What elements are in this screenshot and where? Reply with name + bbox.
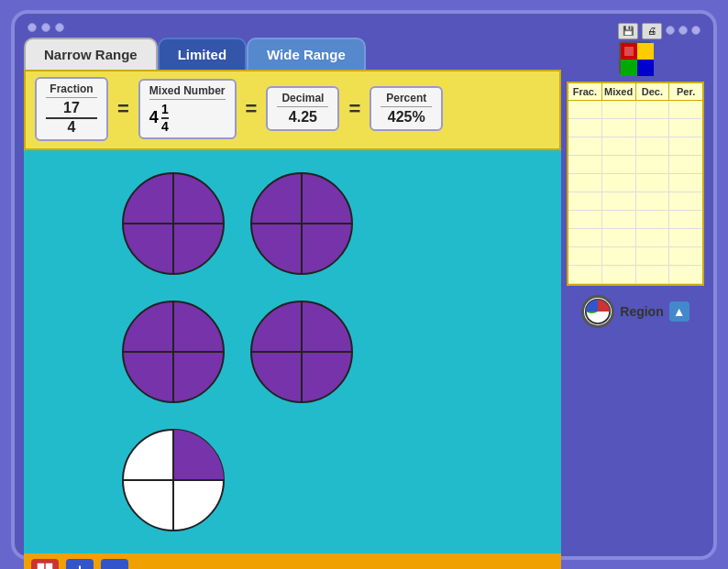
record-row [568,137,702,156]
cell [669,156,702,173]
decimal-label: Decimal [277,92,328,107]
tab-limited[interactable]: Limited [158,38,247,70]
main-area: Narrow Range Limited Wide Range Fraction… [24,38,704,570]
circles-grid [100,150,485,553]
tab-narrow[interactable]: Narrow Range [24,38,158,70]
svg-rect-16 [46,564,52,570]
col-dec: Dec. [636,83,670,100]
fraction-numerator: 17 [46,100,97,119]
cell [636,266,670,283]
percent-value: 425% [381,109,432,126]
cell [636,174,670,191]
record-rows [568,101,702,284]
right-top: Frac. Mixed Dec. Per. [567,38,704,286]
circle-2 [247,169,357,279]
save-icon[interactable]: 💾 [618,23,638,39]
cell [602,137,636,155]
cell [669,266,702,283]
grid-view-icon[interactable] [31,559,59,570]
record-row [568,192,702,211]
record-table-header: Frac. Mixed Dec. Per. [568,83,702,101]
record-row [568,174,702,192]
mixed-box: Mixed Number 4 1 4 [138,79,237,139]
circle-5 [118,425,228,535]
remove-circle-button[interactable]: − [101,559,128,570]
top-right-icons: 💾 🖨 [618,23,700,39]
cell [636,247,670,265]
window-dot-2 [41,23,50,32]
left-panel: Narrow Range Limited Wide Range Fraction… [24,38,561,570]
record-row [568,211,702,229]
cell [568,247,602,265]
equals-2: = [246,97,258,121]
circle-1 [118,169,228,279]
color-picker-icon[interactable] [619,41,652,74]
cell [602,266,636,283]
cell [636,211,670,228]
cell [568,137,602,155]
cell [636,101,670,118]
cell [568,101,602,118]
svg-rect-20 [637,43,654,60]
fraction-bar: Fraction 17 4 = Mixed Number 4 1 4 [24,70,561,150]
record-row [568,229,702,247]
fraction-value: 17 4 [46,100,97,136]
tab-bar: Narrow Range Limited Wide Range [24,38,561,70]
svg-rect-22 [637,60,654,76]
mixed-whole: 4 [149,108,159,127]
cell [602,156,636,173]
outer-frame: 💾 🖨 Narrow Range Limited Wide Range Frac… [11,10,717,560]
decimal-value: 4.25 [277,109,328,126]
cell [602,247,636,265]
cell [669,247,702,265]
cell [669,119,702,137]
cell [669,137,702,155]
cell [669,174,702,191]
record-row [568,156,702,174]
cell [669,211,702,228]
svg-rect-15 [38,564,44,570]
equals-3: = [348,97,360,121]
record-row [568,247,702,266]
cell [602,192,636,210]
top-dot-1 [666,26,675,35]
cell [568,211,602,228]
circle-4 [247,297,357,407]
cell [669,101,702,118]
cell [636,156,670,173]
cell [669,229,702,246]
cell [636,137,670,155]
cell [602,101,636,118]
print-icon[interactable]: 🖨 [642,23,662,39]
region-up-button[interactable]: ▲ [669,301,689,322]
region-icon[interactable] [581,295,614,328]
cell [636,229,670,246]
cell [568,174,602,191]
right-bottom: Region ▲ [567,291,704,332]
top-dot-2 [678,26,688,35]
canvas-area [24,150,561,553]
fraction-denominator: 4 [46,119,97,136]
decimal-box: Decimal 4.25 [266,86,339,131]
tab-wide[interactable]: Wide Range [247,38,366,70]
record-row [568,119,702,137]
col-mixed: Mixed [602,83,636,100]
right-panel: Frac. Mixed Dec. Per. [567,38,704,570]
cell [636,119,670,137]
cell [602,174,636,191]
cell [602,211,636,228]
window-dot-3 [55,23,64,32]
cell [636,192,670,210]
mixed-frac-den: 4 [161,119,169,134]
top-dot-3 [691,26,700,35]
fraction-box: Fraction 17 4 [35,77,108,141]
cell [669,192,702,210]
mixed-value: 4 1 4 [149,102,226,134]
fraction-label: Fraction [46,82,97,98]
mixed-frac: 1 4 [161,102,169,134]
cell [568,266,602,283]
cell [568,229,602,246]
add-circle-button[interactable]: + [66,559,94,570]
mixed-label: Mixed Number [149,84,226,100]
record-row [568,101,702,119]
